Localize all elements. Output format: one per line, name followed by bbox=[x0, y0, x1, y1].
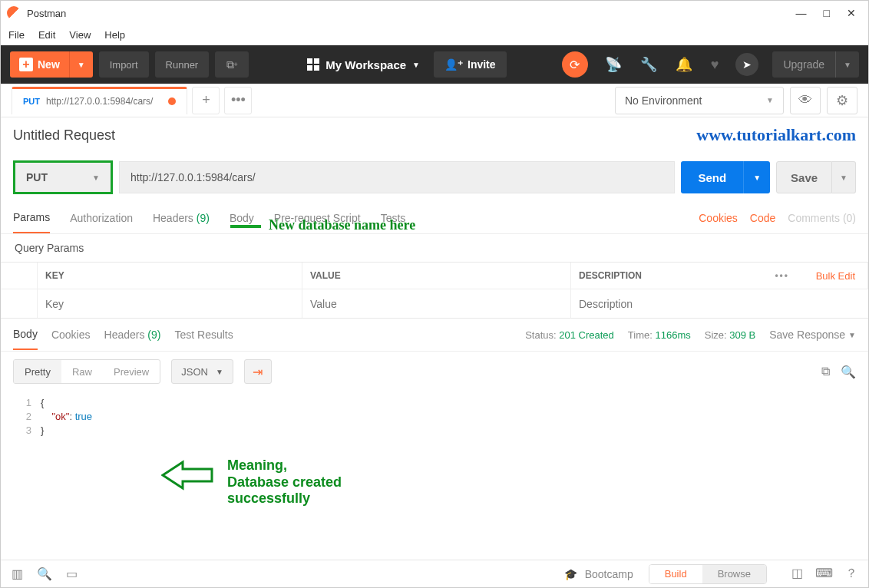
annotation-response: Meaning, Database created successfully bbox=[161, 458, 342, 507]
key-input[interactable] bbox=[38, 289, 302, 318]
line-gutter: 1 2 3 bbox=[13, 396, 38, 484]
two-pane-button[interactable]: ◫ bbox=[791, 566, 803, 582]
find-button[interactable]: 🔍 bbox=[37, 567, 52, 581]
console-button[interactable]: ▭ bbox=[66, 567, 78, 581]
resp-tab-cookies[interactable]: Cookies bbox=[51, 320, 91, 349]
url-input[interactable] bbox=[119, 161, 675, 193]
build-mode-button[interactable]: Build bbox=[649, 565, 702, 583]
workspace-grid-icon bbox=[307, 58, 319, 71]
workspace-label: My Workspace bbox=[325, 58, 406, 71]
postman-logo-icon bbox=[7, 6, 21, 20]
resp-tab-tests[interactable]: Test Results bbox=[174, 320, 233, 349]
table-options-button[interactable]: ••• bbox=[761, 263, 804, 289]
response-body-viewer[interactable]: 1 2 3 { "ok": true } bbox=[1, 391, 868, 484]
menu-file[interactable]: File bbox=[8, 29, 25, 41]
table-row bbox=[1, 289, 868, 318]
menu-view[interactable]: View bbox=[69, 29, 91, 41]
environment-settings-button[interactable]: ⚙ bbox=[827, 87, 857, 114]
menu-help[interactable]: Help bbox=[104, 29, 125, 41]
search-icon: 🔍 bbox=[841, 365, 856, 378]
view-preview-button[interactable]: Preview bbox=[103, 360, 160, 383]
runner-button[interactable]: Runner bbox=[155, 51, 210, 78]
value-input[interactable] bbox=[302, 289, 571, 318]
tab-headers[interactable]: Headers (9) bbox=[153, 203, 210, 233]
environment-preview-button[interactable]: 👁 bbox=[790, 87, 821, 114]
invite-label: Invite bbox=[468, 58, 496, 71]
keyboard-shortcuts-button[interactable]: ⌨ bbox=[815, 566, 833, 582]
language-select[interactable]: JSON ▼ bbox=[171, 359, 233, 384]
environment-label: No Environment bbox=[625, 94, 702, 107]
bulk-edit-link[interactable]: Bulk Edit bbox=[804, 263, 868, 289]
environment-selector[interactable]: No Environment ▼ bbox=[615, 87, 784, 114]
footer: ▥ 🔍 ▭ 🎓 Bootcamp Build Browse ◫ ⌨ ？ bbox=[1, 560, 868, 587]
new-tab-button[interactable]: + bbox=[192, 87, 220, 114]
new-button[interactable]: + New bbox=[10, 51, 69, 78]
status-value: 201 Created bbox=[559, 329, 614, 341]
heart-icon[interactable]: ♥ bbox=[711, 57, 719, 73]
tab-authorization[interactable]: Authorization bbox=[70, 203, 133, 233]
search-response-button[interactable]: 🔍 bbox=[841, 365, 856, 379]
send-button[interactable]: Send bbox=[681, 161, 743, 193]
description-input[interactable] bbox=[571, 289, 868, 318]
capture-icon[interactable]: 📡 bbox=[605, 56, 622, 73]
resp-tab-body[interactable]: Body bbox=[13, 319, 38, 350]
window-close-button[interactable]: ✕ bbox=[847, 7, 856, 19]
new-caret-button[interactable]: ▼ bbox=[69, 51, 93, 78]
help-button[interactable]: ？ bbox=[845, 566, 857, 582]
menu-edit[interactable]: Edit bbox=[38, 29, 55, 41]
sync-button[interactable]: ⟳ bbox=[562, 51, 588, 78]
window-minimize-button[interactable]: — bbox=[796, 7, 807, 19]
upgrade-button-group: Upgrade ▼ bbox=[772, 51, 859, 78]
sidebar-toggle-button[interactable]: ▥ bbox=[12, 567, 23, 581]
request-title[interactable]: Untitled Request bbox=[13, 127, 115, 144]
comments-link[interactable]: Comments (0) bbox=[788, 212, 856, 224]
app-title: Postman bbox=[27, 8, 796, 19]
method-label: PUT bbox=[26, 171, 48, 183]
new-window-button[interactable]: ⧉+ bbox=[215, 51, 249, 78]
line-wrap-button[interactable]: ⇥ bbox=[244, 359, 272, 384]
settings-wrench-icon[interactable]: 🔧 bbox=[640, 56, 657, 73]
query-params-label: Query Params bbox=[1, 234, 868, 262]
invite-button[interactable]: 👤⁺ Invite bbox=[434, 51, 507, 78]
view-pretty-button[interactable]: Pretty bbox=[14, 360, 61, 383]
titlebar: Postman — □ ✕ bbox=[1, 1, 868, 25]
method-selector[interactable]: PUT ▼ bbox=[13, 160, 113, 194]
response-tabs: Body Cookies Headers (9) Test Results St… bbox=[1, 319, 868, 351]
request-tabs: Params Authorization Headers (9) Body Pr… bbox=[1, 202, 868, 234]
chevron-down-icon: ▼ bbox=[848, 331, 856, 339]
tabs-bar: PUT http://127.0.0.1:5984/cars/ + ••• No… bbox=[1, 84, 868, 117]
code-link[interactable]: Code bbox=[750, 212, 775, 224]
unsaved-dot-icon bbox=[168, 97, 176, 105]
time-label: Time: bbox=[628, 329, 653, 341]
import-button[interactable]: Import bbox=[99, 51, 149, 78]
watermark-text: www.tutorialkart.com bbox=[696, 125, 856, 145]
bootcamp-link[interactable]: Bootcamp bbox=[585, 568, 633, 580]
size-value: 309 B bbox=[729, 329, 755, 341]
chevron-down-icon: ▼ bbox=[92, 173, 100, 182]
paper-plane-icon: ➤ bbox=[742, 58, 752, 71]
browse-mode-button[interactable]: Browse bbox=[702, 565, 766, 583]
response-view-controls: Pretty Raw Preview JSON ▼ ⇥ ⧉ 🔍 bbox=[1, 351, 868, 391]
time-value: 1166ms bbox=[655, 329, 690, 341]
save-response-button[interactable]: Save Response ▼ bbox=[769, 329, 856, 341]
view-raw-button[interactable]: Raw bbox=[61, 360, 103, 383]
save-button[interactable]: Save bbox=[776, 161, 832, 193]
arrow-left-icon bbox=[161, 458, 215, 493]
workspace-selector[interactable]: My Workspace ▼ bbox=[307, 58, 420, 71]
save-caret-button[interactable]: ▼ bbox=[832, 161, 856, 193]
window-maximize-button[interactable]: □ bbox=[824, 7, 830, 19]
upgrade-caret-button[interactable]: ▼ bbox=[835, 51, 859, 78]
cookies-link[interactable]: Cookies bbox=[699, 212, 738, 224]
upgrade-button[interactable]: Upgrade bbox=[772, 58, 835, 71]
send-caret-button[interactable]: ▼ bbox=[743, 161, 770, 193]
tab-options-button[interactable]: ••• bbox=[224, 87, 252, 114]
header-value: VALUE bbox=[302, 263, 571, 289]
copy-button[interactable]: ⧉ bbox=[821, 365, 830, 379]
explore-button[interactable]: ➤ bbox=[735, 53, 758, 76]
resp-tab-headers[interactable]: Headers (9) bbox=[104, 320, 161, 349]
notifications-bell-icon[interactable]: 🔔 bbox=[676, 56, 692, 73]
tab-params[interactable]: Params bbox=[13, 203, 50, 233]
request-tab[interactable]: PUT http://127.0.0.1:5984/cars/ bbox=[12, 87, 187, 114]
size-label: Size: bbox=[705, 329, 727, 341]
tab-url-label: http://127.0.0.1:5984/cars/ bbox=[46, 96, 153, 107]
